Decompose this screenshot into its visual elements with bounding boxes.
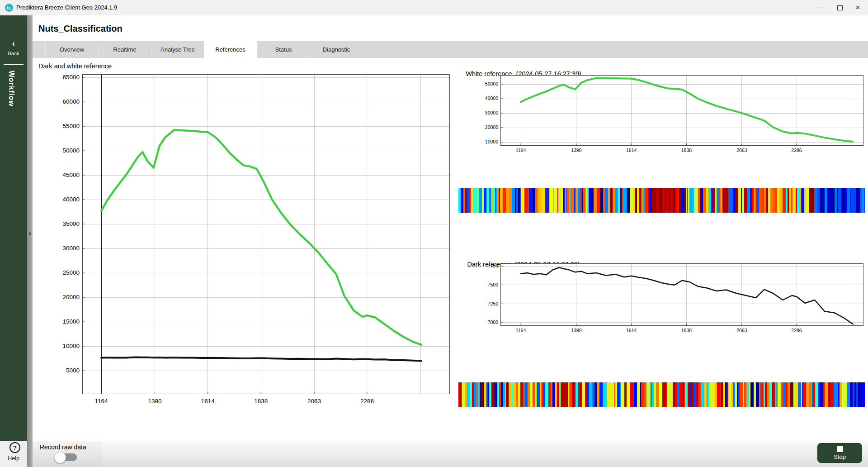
y-axis-tick-label: 25000: [52, 269, 80, 276]
tab-analyse-tree[interactable]: Analyse Tree: [151, 41, 204, 58]
spectral-bar: [550, 188, 553, 213]
panel-expander[interactable]: ›: [26, 228, 33, 239]
y-axis-tick-label: 40000: [52, 196, 80, 203]
y-axis-tick-label: 7750: [471, 263, 498, 268]
chart-main-plot-area[interactable]: [82, 74, 450, 394]
close-button[interactable]: ×: [848, 0, 868, 15]
x-axis-tick-label: 1614: [194, 398, 222, 405]
spectral-bar: [582, 382, 585, 407]
y-axis-tick-label: 10000: [471, 139, 498, 144]
spectral-bar: [662, 382, 665, 407]
x-axis-tick-label: 1614: [618, 328, 645, 333]
x-axis-tick-label: 2286: [354, 398, 381, 405]
spectral-bar: [811, 188, 814, 213]
spectral-bar: [695, 188, 698, 213]
spectral-bar: [645, 188, 648, 213]
spectral-bar: [617, 382, 620, 407]
tab-references[interactable]: References: [204, 41, 257, 58]
spectral-bar: [783, 188, 786, 213]
record-raw-data-panel: Record raw data: [33, 441, 100, 467]
spectral-bar: [597, 188, 600, 213]
tab-realtime[interactable]: Realtime: [98, 41, 151, 58]
minimize-button[interactable]: [811, 0, 832, 15]
tab-diagnostic[interactable]: Diagnostic: [310, 41, 363, 58]
white-reference-spectral-strip: [458, 188, 865, 213]
spectral-bar: [503, 188, 506, 213]
x-axis-tick-label: 2063: [728, 148, 755, 153]
help-label: Help: [0, 455, 27, 462]
y-axis-tick-label: 20000: [471, 124, 498, 130]
spectral-bar: [656, 382, 659, 407]
x-axis-tick-label: 2286: [783, 148, 810, 153]
y-axis-tick-label: 65000: [52, 74, 80, 81]
spectral-bar: [506, 188, 509, 213]
spectral-bar: [679, 382, 683, 407]
spectral-bar: [667, 382, 670, 407]
sidebar-item-workflow[interactable]: Workflow: [7, 71, 15, 107]
dark-reference-spectral-strip: [458, 382, 865, 407]
spectral-bar: [703, 188, 706, 213]
y-axis-tick-label: 30000: [471, 110, 498, 115]
spectral-bar: [709, 382, 712, 407]
spectral-bar: [589, 382, 592, 407]
spectral-bar: [666, 188, 669, 213]
x-axis-tick-label: 1164: [507, 328, 534, 333]
spectral-bar: [521, 188, 524, 213]
spectral-bar: [554, 188, 557, 213]
y-axis-tick-label: 50000: [471, 81, 498, 86]
dark-reference-line: [101, 357, 421, 361]
y-axis-tick-label: 45000: [52, 172, 80, 178]
tab-status[interactable]: Status: [257, 41, 310, 58]
x-axis-tick-label: 1164: [88, 398, 115, 405]
spectral-bar: [728, 188, 731, 213]
help-button[interactable]: ?: [9, 442, 20, 453]
spectral-bar: [744, 188, 747, 213]
x-axis-tick-label: 2063: [301, 398, 328, 405]
white-reference-line: [521, 78, 853, 142]
sidebar-separator: [27, 15, 33, 467]
y-axis-tick-label: 50000: [52, 147, 80, 154]
spectral-bar: [630, 188, 633, 213]
spectral-bar: [814, 188, 817, 213]
chevron-right-icon: ›: [28, 229, 31, 238]
maximize-button[interactable]: [830, 0, 850, 15]
record-raw-data-toggle[interactable]: [56, 453, 77, 461]
y-axis-tick-label: 7000: [471, 319, 498, 325]
spectral-bar: [627, 382, 630, 407]
spectral-bar: [599, 382, 603, 407]
spectral-bar: [858, 382, 861, 407]
page-title: Nuts_Classification: [38, 24, 123, 34]
spectral-bar: [750, 382, 754, 407]
back-button[interactable]: ‹: [0, 39, 27, 48]
spectral-bar: [637, 382, 640, 407]
x-axis-tick-label: 1838: [673, 148, 700, 153]
y-axis-tick-label: 10000: [52, 343, 80, 349]
x-axis-tick-label: 1390: [563, 148, 590, 153]
x-axis-tick-label: 1390: [563, 328, 590, 333]
spectral-bar: [621, 382, 624, 407]
tab-overview[interactable]: Overview: [45, 41, 98, 58]
back-label: Back: [0, 51, 27, 56]
spectral-bar: [690, 382, 693, 407]
x-axis-tick-label: 1390: [141, 398, 168, 405]
toggle-knob: [54, 452, 66, 463]
spectral-bar: [798, 382, 801, 407]
spectral-bar: [600, 188, 603, 213]
spectral-bar: [864, 382, 865, 407]
spectral-bar: [864, 188, 865, 213]
tab-bar: OverviewRealtimeAnalyse TreeReferencesSt…: [33, 41, 868, 58]
spectral-bar: [853, 188, 856, 213]
y-axis-tick-label: 55000: [52, 123, 80, 129]
y-axis-tick-label: 15000: [52, 318, 80, 325]
stop-button[interactable]: Stop: [817, 443, 862, 463]
chart-dark-plot-area[interactable]: [500, 263, 863, 326]
maximize-icon: [837, 5, 843, 10]
chart-white-plot-area[interactable]: [500, 75, 863, 146]
y-axis-tick-label: 40000: [471, 95, 498, 101]
spectral-bar: [681, 188, 684, 213]
spectral-bar: [630, 382, 633, 407]
spectral-bar: [605, 188, 608, 213]
x-axis-tick-label: 1838: [673, 328, 700, 333]
y-axis-tick-label: 30000: [52, 245, 80, 252]
y-axis-tick-label: 20000: [52, 294, 80, 300]
